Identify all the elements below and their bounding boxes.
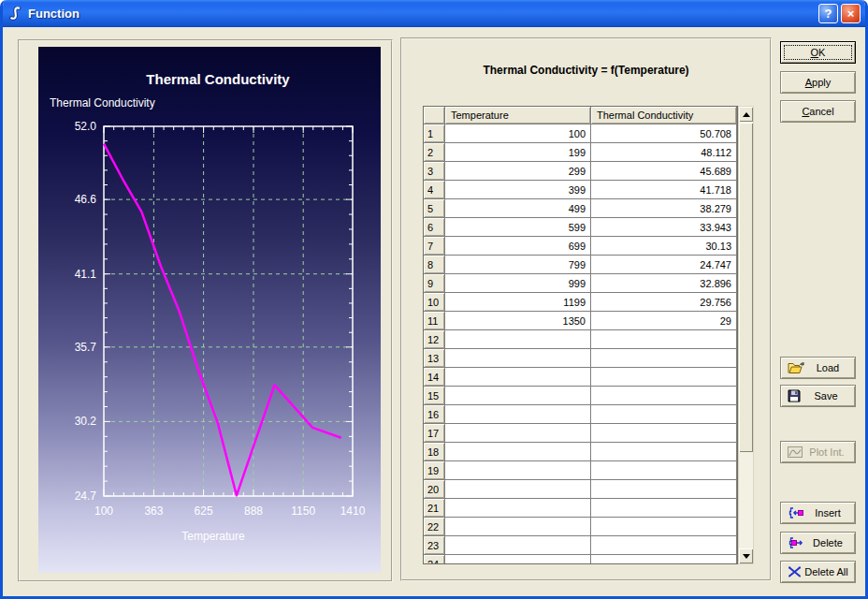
table-row: 999932.896 xyxy=(424,274,737,293)
insert-button[interactable]: Insert xyxy=(780,502,856,524)
table-row: 659933.943 xyxy=(424,218,737,237)
table-cell[interactable]: 30.13 xyxy=(591,237,737,256)
table-cell[interactable] xyxy=(445,368,591,387)
table-cell[interactable]: 799 xyxy=(445,256,591,274)
vertical-scrollbar[interactable] xyxy=(738,106,754,564)
row-number[interactable]: 2 xyxy=(424,143,445,162)
row-number[interactable]: 8 xyxy=(424,256,445,274)
row-number[interactable]: 13 xyxy=(424,349,445,368)
row-number[interactable]: 22 xyxy=(424,518,445,536)
table-cell[interactable] xyxy=(445,405,591,424)
table-cell[interactable]: 299 xyxy=(445,162,591,181)
delete-label: Delete xyxy=(804,537,855,548)
table-cell[interactable] xyxy=(445,349,591,368)
table-cell[interactable] xyxy=(591,349,737,368)
table-cell[interactable] xyxy=(591,461,737,480)
table-cell[interactable] xyxy=(591,555,737,564)
table-cell[interactable] xyxy=(591,536,737,555)
table-cell[interactable]: 48.112 xyxy=(591,143,737,162)
row-number[interactable]: 10 xyxy=(424,293,445,312)
table-cell[interactable]: 399 xyxy=(445,181,591,199)
row-number[interactable]: 6 xyxy=(424,218,445,237)
table-row: 879924.747 xyxy=(424,256,737,274)
table-cell[interactable]: 24.747 xyxy=(591,256,737,274)
table-cell[interactable] xyxy=(591,387,737,405)
apply-button[interactable]: Apply xyxy=(780,71,856,94)
table-cell[interactable]: 599 xyxy=(445,218,591,237)
table-cell[interactable] xyxy=(591,480,737,499)
table-cell[interactable] xyxy=(445,518,591,536)
row-number[interactable]: 9 xyxy=(424,274,445,293)
close-button[interactable]: × xyxy=(841,4,861,23)
row-number[interactable]: 4 xyxy=(424,181,445,199)
table-cell[interactable]: 199 xyxy=(445,143,591,162)
row-number[interactable]: 5 xyxy=(424,199,445,218)
delete-button[interactable]: Delete xyxy=(780,532,856,554)
window-title: Function xyxy=(28,7,80,21)
svg-text:1410: 1410 xyxy=(340,504,366,518)
row-number[interactable]: 23 xyxy=(424,536,445,555)
row-number[interactable]: 18 xyxy=(424,443,445,461)
table-cell[interactable]: 1350 xyxy=(445,312,591,330)
delete-all-button[interactable]: Delete All xyxy=(780,561,856,583)
svg-text:24.7: 24.7 xyxy=(75,489,97,503)
table-cell[interactable]: 38.279 xyxy=(591,199,737,218)
table-cell[interactable] xyxy=(445,330,591,349)
table-cell[interactable]: 41.718 xyxy=(591,181,737,199)
table-cell[interactable] xyxy=(445,461,591,480)
table-cell[interactable] xyxy=(445,387,591,405)
table-title: Thermal Conductivity = f(Temperature) xyxy=(402,64,770,77)
table-cell[interactable] xyxy=(445,536,591,555)
cancel-label: Cancel xyxy=(802,106,833,117)
table-cell[interactable] xyxy=(445,443,591,461)
table-cell[interactable]: 50.708 xyxy=(591,124,737,143)
table-cell[interactable] xyxy=(591,368,737,387)
scrollbar-up-button[interactable] xyxy=(739,107,753,122)
save-button[interactable]: Save xyxy=(780,385,856,407)
table-cell[interactable] xyxy=(591,499,737,518)
row-number[interactable]: 15 xyxy=(424,387,445,405)
scrollbar-thumb[interactable] xyxy=(739,123,753,452)
load-button[interactable]: Load xyxy=(780,357,856,379)
help-button[interactable]: ? xyxy=(818,4,838,23)
row-number[interactable]: 1 xyxy=(424,124,445,143)
table-cell[interactable] xyxy=(591,443,737,461)
table-cell[interactable]: 1199 xyxy=(445,293,591,312)
svg-text:Temperature: Temperature xyxy=(181,530,245,543)
table-cell[interactable] xyxy=(591,518,737,536)
table-cell[interactable]: 499 xyxy=(445,199,591,218)
table-cell[interactable]: 32.896 xyxy=(591,274,737,293)
plot-int-button[interactable]: Plot Int. xyxy=(780,441,856,463)
table-cell[interactable]: 29.756 xyxy=(591,293,737,312)
table-cell[interactable]: 29 xyxy=(591,312,737,330)
row-number[interactable]: 21 xyxy=(424,499,445,518)
row-number[interactable]: 11 xyxy=(424,312,445,330)
table-cell[interactable] xyxy=(591,424,737,443)
row-number[interactable]: 16 xyxy=(424,405,445,424)
table-cell[interactable] xyxy=(445,424,591,443)
table-cell[interactable] xyxy=(591,405,737,424)
table-cell[interactable]: 999 xyxy=(445,274,591,293)
table-cell[interactable] xyxy=(445,499,591,518)
table-cell[interactable] xyxy=(591,330,737,349)
row-number[interactable]: 14 xyxy=(424,368,445,387)
row-number[interactable]: 19 xyxy=(424,461,445,480)
row-number[interactable]: 24 xyxy=(424,555,445,564)
row-number[interactable]: 3 xyxy=(424,162,445,181)
row-number[interactable]: 20 xyxy=(424,480,445,499)
ok-button[interactable]: OK xyxy=(780,41,856,64)
row-number[interactable]: 17 xyxy=(424,424,445,443)
svg-text:35.7: 35.7 xyxy=(75,341,97,354)
cancel-button[interactable]: Cancel xyxy=(780,100,856,123)
row-number[interactable]: 12 xyxy=(424,330,445,349)
table-cell[interactable]: 699 xyxy=(445,237,591,256)
table-cell[interactable]: 33.943 xyxy=(591,218,737,237)
table-row: 110050.708 xyxy=(424,124,737,143)
table-cell[interactable]: 45.689 xyxy=(591,162,737,181)
table-cell[interactable]: 100 xyxy=(445,124,591,143)
row-number[interactable]: 7 xyxy=(424,237,445,256)
table-cell[interactable] xyxy=(445,555,591,564)
scrollbar-down-button[interactable] xyxy=(739,548,753,563)
table-cell[interactable] xyxy=(445,480,591,499)
titlebar[interactable]: Function ? × xyxy=(3,0,865,27)
